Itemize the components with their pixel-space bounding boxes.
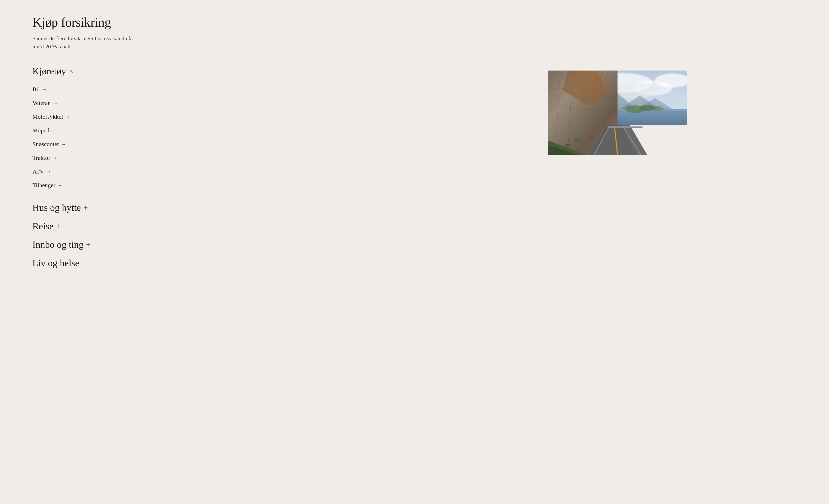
- category-hus-og-hytte-title[interactable]: Hus og hytte +: [32, 202, 416, 213]
- category-kjoretoy-title[interactable]: Kjøretøy ×: [32, 66, 416, 77]
- item-snoscooter[interactable]: Snøscooter →: [32, 137, 416, 151]
- category-innbo-og-ting-label: Innbo og ting: [32, 239, 83, 250]
- svg-point-34: [565, 144, 571, 147]
- item-motorsykkel-arrow: →: [65, 114, 70, 120]
- category-innbo-og-ting[interactable]: Innbo og ting +: [32, 239, 416, 250]
- item-bil-label: Bil: [32, 86, 40, 93]
- right-column: [426, 66, 809, 155]
- item-atv-label: ATV: [32, 168, 44, 175]
- item-moped-arrow: →: [51, 128, 57, 133]
- category-kjoretoy-label: Kjøretøy: [32, 66, 66, 77]
- category-liv-og-helse-label: Liv og helse: [32, 258, 79, 268]
- category-reise[interactable]: Reise +: [32, 221, 416, 232]
- item-traktor-arrow: →: [52, 155, 57, 161]
- item-moped-label: Moped: [32, 127, 49, 134]
- svg-point-14: [651, 106, 664, 111]
- item-veteran-arrow: →: [52, 100, 58, 106]
- page-header: Kjøp forsikring Samler du flere forsikri…: [32, 15, 809, 50]
- category-liv-og-helse-title[interactable]: Liv og helse +: [32, 258, 416, 268]
- item-tilhenger-label: Tilhenger: [32, 182, 56, 189]
- item-veteran[interactable]: Veteran →: [32, 96, 416, 110]
- category-reise-title[interactable]: Reise +: [32, 221, 416, 232]
- category-kjoretoy: Kjøretøy × Bil → Veteran → Motorsykkel →…: [32, 66, 416, 192]
- item-tilhenger-arrow: →: [57, 183, 62, 188]
- road-scene-svg: [548, 71, 687, 155]
- category-reise-label: Reise: [32, 221, 53, 232]
- category-innbo-og-ting-toggle: +: [86, 240, 91, 249]
- category-kjoretoy-toggle: ×: [69, 67, 74, 76]
- left-column: Kjøretøy × Bil → Veteran → Motorsykkel →…: [32, 66, 416, 276]
- item-snoscooter-arrow: →: [61, 141, 66, 147]
- item-veteran-label: Veteran: [32, 100, 50, 107]
- item-bil-arrow: →: [42, 86, 47, 92]
- category-innbo-og-ting-title[interactable]: Innbo og ting +: [32, 239, 416, 250]
- svg-point-33: [574, 138, 581, 142]
- page-title: Kjøp forsikring: [32, 15, 809, 30]
- item-moped[interactable]: Moped →: [32, 124, 416, 137]
- category-hus-og-hytte-label: Hus og hytte: [32, 202, 81, 213]
- item-traktor-label: Traktor: [32, 155, 50, 161]
- category-reise-toggle: +: [56, 222, 60, 231]
- item-traktor[interactable]: Traktor →: [32, 151, 416, 165]
- category-hus-og-hytte[interactable]: Hus og hytte +: [32, 202, 416, 213]
- category-liv-og-helse[interactable]: Liv og helse +: [32, 258, 416, 268]
- page-subtitle: Samler du flere forsikringer hos oss kan…: [32, 34, 137, 50]
- category-kjoretoy-items: Bil → Veteran → Motorsykkel → Moped → Sn…: [32, 82, 416, 192]
- category-liv-og-helse-toggle: +: [82, 259, 86, 268]
- item-snoscooter-label: Snøscooter: [32, 141, 59, 148]
- category-hus-og-hytte-toggle: +: [83, 203, 88, 212]
- item-atv[interactable]: ATV →: [32, 165, 416, 179]
- item-bil[interactable]: Bil →: [32, 82, 416, 96]
- road-image: [548, 71, 687, 155]
- item-motorsykkel-label: Motorsykkel: [32, 113, 63, 120]
- item-motorsykkel[interactable]: Motorsykkel →: [32, 110, 416, 124]
- item-atv-arrow: →: [46, 169, 51, 175]
- content-grid: Kjøretøy × Bil → Veteran → Motorsykkel →…: [32, 66, 809, 276]
- item-tilhenger[interactable]: Tilhenger →: [32, 179, 416, 192]
